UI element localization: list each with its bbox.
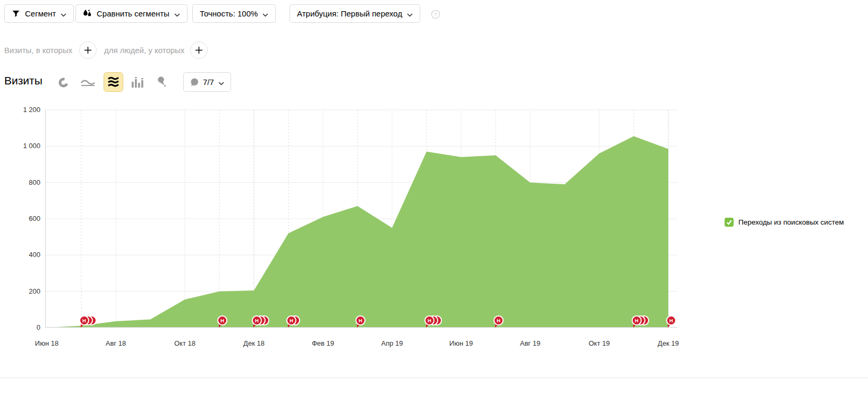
visits-condition-label: Визиты, в которых xyxy=(4,41,72,59)
x-tick-label: Авг 18 xyxy=(97,339,134,347)
annotation-marker[interactable]: Н xyxy=(286,315,304,328)
annotation-marker[interactable]: Н xyxy=(217,315,235,328)
x-tick-label: Окт 19 xyxy=(581,339,618,347)
compare-segments-label: Сравнить сегменты xyxy=(97,9,169,18)
annotation-marker[interactable]: Н xyxy=(252,315,270,328)
compare-segments-button[interactable]: Сравнить сегменты xyxy=(75,4,188,23)
annotation-bubble: Н xyxy=(493,315,504,326)
area-chart-icon-selected[interactable] xyxy=(104,72,123,92)
annotation-bubble: Н xyxy=(666,315,676,326)
annotation-marker[interactable]: Н xyxy=(493,315,512,328)
annotation-bubble: Н xyxy=(424,315,435,326)
x-tick-label: Июн 18 xyxy=(28,339,65,347)
annotation-bubble: Н xyxy=(79,315,89,326)
annotation-bubble: Н xyxy=(355,315,365,326)
x-tick-label: Фев 19 xyxy=(304,339,342,347)
attribution-button[interactable]: Атрибуция: Первый переход xyxy=(290,4,420,23)
plus-icon xyxy=(195,46,203,54)
x-tick-label: Окт 18 xyxy=(166,339,203,347)
y-tick-label: 1 000 xyxy=(0,142,40,150)
annotation-bubble: Н xyxy=(286,315,296,326)
x-tick-label: Авг 19 xyxy=(512,339,549,347)
y-tick-label: 800 xyxy=(0,178,40,187)
map-icon[interactable] xyxy=(157,76,167,89)
legend-checkbox-checked[interactable] xyxy=(725,218,734,227)
annotation-marker[interactable]: Н xyxy=(632,315,650,328)
page-title: Визиты xyxy=(4,74,42,87)
comment-bubble-icon xyxy=(190,78,199,87)
annotation-bubble: Н xyxy=(217,315,227,326)
y-tick-label: 400 xyxy=(0,251,40,259)
svg-text:?: ? xyxy=(434,11,437,17)
filter-funnel-icon xyxy=(12,10,20,18)
x-tick-label: Дек 19 xyxy=(650,339,687,347)
annotation-bubble: Н xyxy=(252,315,262,326)
chevron-down-icon xyxy=(174,10,180,19)
chevron-down-icon xyxy=(218,78,224,87)
plus-icon xyxy=(84,46,92,54)
bar-chart-icon[interactable] xyxy=(131,77,145,90)
line-chart-icon[interactable] xyxy=(81,79,95,89)
y-tick-label: 200 xyxy=(0,287,40,296)
add-people-condition-button[interactable] xyxy=(190,41,208,59)
segment-button[interactable]: Сегмент xyxy=(4,4,74,23)
annotation-marker[interactable]: Н xyxy=(79,315,97,328)
annotations-layer: ННННННННН xyxy=(45,109,677,328)
annotations-button[interactable]: 7/7 xyxy=(183,72,231,92)
attribution-label: Атрибуция: Первый переход xyxy=(297,9,402,18)
segment-button-label: Сегмент xyxy=(25,9,56,18)
y-tick-label: 600 xyxy=(0,215,40,223)
people-condition-label: для людей, у которых xyxy=(104,41,184,59)
accuracy-label: Точность: 100% xyxy=(200,9,258,18)
chevron-down-icon xyxy=(61,10,66,19)
accuracy-button[interactable]: Точность: 100% xyxy=(192,4,276,23)
pie-chart-icon[interactable] xyxy=(57,76,70,91)
legend-item-search-transitions[interactable]: Переходы из поисковых систем xyxy=(725,218,844,227)
bottom-divider xyxy=(0,378,868,378)
chevron-down-icon xyxy=(262,10,268,19)
annotation-marker[interactable]: Н xyxy=(355,315,373,328)
annotation-marker[interactable]: Н xyxy=(666,315,684,328)
add-visit-condition-button[interactable] xyxy=(79,41,97,59)
help-icon[interactable]: ? xyxy=(431,10,440,19)
y-tick-label: 1 200 xyxy=(0,106,40,114)
annotation-marker[interactable]: Н xyxy=(424,315,442,328)
chevron-down-icon xyxy=(407,10,413,19)
annotations-count: 7/7 xyxy=(203,78,214,87)
x-tick-label: Дек 18 xyxy=(235,339,273,347)
drops-icon xyxy=(83,9,92,18)
annotation-bubble: Н xyxy=(632,315,642,326)
x-tick-label: Апр 19 xyxy=(373,339,411,347)
y-tick-label: 0 xyxy=(0,323,40,332)
legend-label: Переходы из поисковых систем xyxy=(738,218,844,226)
x-tick-label: Июн 19 xyxy=(442,339,480,347)
